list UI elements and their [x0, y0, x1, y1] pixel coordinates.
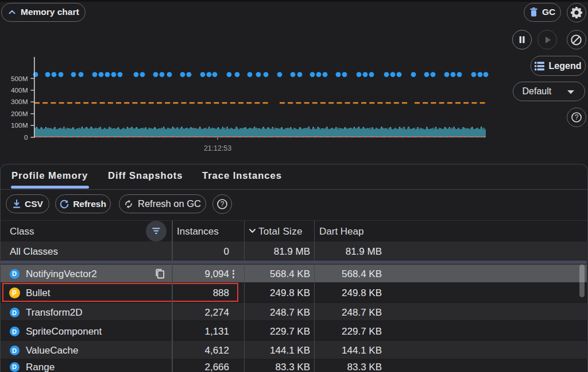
svg-text:21:12:53: 21:12:53 — [204, 144, 231, 152]
svg-text:0: 0 — [24, 133, 28, 141]
svg-text:100M: 100M — [11, 121, 28, 129]
svg-text:?: ? — [574, 113, 578, 121]
svg-text:400M: 400M — [11, 86, 28, 94]
svg-text:500M: 500M — [11, 75, 28, 83]
svg-text:?: ? — [220, 200, 224, 208]
svg-text:200M: 200M — [11, 110, 28, 118]
svg-text:300M: 300M — [11, 98, 28, 106]
